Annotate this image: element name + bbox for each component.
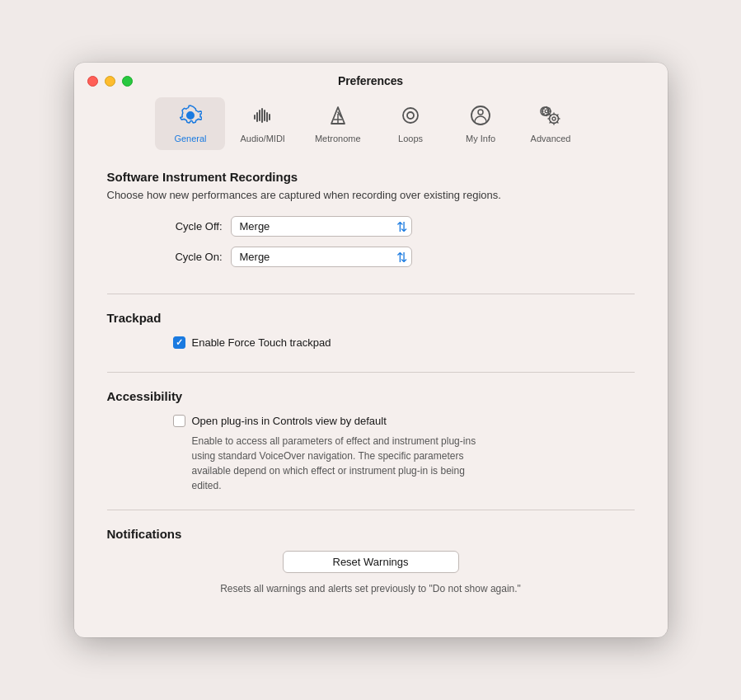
metronome-icon: [326, 104, 349, 130]
svg-line-34: [543, 114, 544, 115]
software-instrument-title: Software Instrument Recordings: [107, 170, 635, 184]
svg-point-14: [478, 110, 483, 115]
my-info-icon: [469, 104, 492, 130]
tab-my-info[interactable]: My Info: [446, 97, 516, 150]
force-touch-label: Enable Force Touch trackpad: [192, 336, 331, 349]
section-trackpad: Trackpad Enable Force Touch trackpad: [107, 294, 635, 372]
svg-point-16: [552, 117, 556, 120]
traffic-lights: [87, 76, 133, 87]
maximize-button[interactable]: [122, 76, 133, 87]
tab-advanced-label: Advanced: [531, 134, 571, 143]
tab-metronome-label: Metronome: [315, 134, 361, 143]
titlebar: Preferences: [74, 63, 668, 87]
svg-line-22: [557, 121, 558, 122]
tab-my-info-label: My Info: [466, 134, 495, 143]
cycle-on-select-wrapper: Merge Overlap Replace ⇅: [231, 247, 412, 267]
toolbar: General Audio/MIDI: [74, 87, 668, 162]
force-touch-checkbox[interactable]: [173, 336, 185, 349]
cycle-off-label: Cycle Off:: [140, 220, 223, 233]
section-accessibility: Accessibility Open plug-ins in Controls …: [107, 372, 635, 510]
window-title: Preferences: [338, 74, 403, 87]
svg-line-31: [543, 108, 544, 109]
force-touch-row: Enable Force Touch trackpad: [107, 336, 635, 349]
content-area: Software Instrument Recordings Choose ho…: [74, 162, 668, 638]
svg-point-26: [545, 110, 548, 113]
trackpad-title: Trackpad: [107, 311, 635, 325]
cycle-on-label: Cycle On:: [140, 251, 223, 263]
svg-line-33: [549, 108, 550, 109]
audio-midi-icon: [251, 104, 274, 130]
notifications-desc: Resets all warnings and alerts set previ…: [206, 581, 536, 596]
svg-point-12: [407, 112, 414, 119]
tab-audio-midi-label: Audio/MIDI: [240, 134, 284, 143]
svg-line-23: [557, 115, 558, 115]
cycle-off-select-wrapper: Merge Overlap Replace ⇅: [231, 216, 412, 237]
controls-view-label: Open plug-ins in Controls view by defaul…: [192, 415, 387, 427]
gear-icon: [179, 104, 202, 130]
reset-warnings-button[interactable]: Reset Warnings: [283, 551, 459, 573]
close-button[interactable]: [87, 76, 98, 87]
svg-point-11: [403, 108, 418, 123]
preferences-window: Preferences General: [74, 63, 668, 638]
cycle-on-select[interactable]: Merge Overlap Replace: [231, 247, 412, 267]
controls-view-row: Open plug-ins in Controls view by defaul…: [107, 415, 635, 427]
minimize-button[interactable]: [105, 76, 115, 87]
section-notifications: Notifications Reset Warnings Resets all …: [107, 510, 635, 613]
tab-loops-label: Loops: [398, 134, 423, 143]
controls-view-checkbox[interactable]: [173, 415, 185, 427]
tab-general-label: General: [174, 134, 206, 143]
loops-icon: [399, 104, 422, 130]
accessibility-title: Accessibility: [107, 389, 635, 403]
tab-loops[interactable]: Loops: [376, 97, 446, 150]
notifications-title: Notifications: [107, 527, 635, 541]
reset-warnings-row: Reset Warnings: [107, 551, 635, 573]
cycle-off-select[interactable]: Merge Overlap Replace: [231, 216, 412, 237]
software-instrument-desc: Choose how new performances are captured…: [107, 187, 635, 204]
svg-line-24: [550, 121, 551, 122]
cycle-on-row: Cycle On: Merge Overlap Replace ⇅: [107, 247, 635, 267]
tab-metronome[interactable]: Metronome: [300, 97, 376, 150]
cycle-off-row: Cycle Off: Merge Overlap Replace ⇅: [107, 216, 635, 237]
svg-line-32: [549, 114, 550, 115]
tab-audio-midi[interactable]: Audio/MIDI: [225, 97, 299, 150]
tab-advanced[interactable]: Advanced: [516, 97, 586, 150]
advanced-icon: [539, 104, 562, 130]
tab-general[interactable]: General: [155, 97, 225, 150]
section-software-instrument: Software Instrument Recordings Choose ho…: [107, 170, 635, 294]
accessibility-desc: Enable to access all parameters of effec…: [107, 434, 486, 493]
